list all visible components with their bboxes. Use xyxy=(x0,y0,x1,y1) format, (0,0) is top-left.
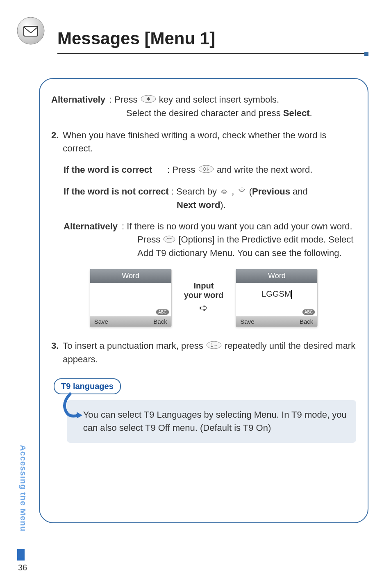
title-endcap xyxy=(364,52,368,56)
side-label-text: Accessing the Menu xyxy=(19,445,25,531)
arrow-right-icon: ➪ xyxy=(184,302,224,314)
panel2-save: Save xyxy=(240,318,254,325)
demo-between: Input your word ➪ xyxy=(184,281,224,314)
phone-panel-empty: Word ABC Save Back xyxy=(90,269,172,327)
next-bold: Next word xyxy=(177,200,220,210)
panel1-save: Save xyxy=(94,318,108,325)
input-label1: Input xyxy=(184,281,224,291)
case-correct-k: If the word is correct xyxy=(64,165,152,175)
nav-down-icon: ♡ xyxy=(237,185,246,199)
title-rule xyxy=(57,53,366,54)
demo-row: Word ABC Save Back Input your word ➪ Wor… xyxy=(51,269,356,327)
and-text: and xyxy=(290,186,308,197)
text-cursor xyxy=(291,290,292,299)
alt2-line1: : If there is no word you want you can a… xyxy=(122,220,356,233)
panel1-title: Word xyxy=(90,269,171,283)
case-correct-pre: : Press xyxy=(167,165,195,175)
typed-text: LGGSM xyxy=(261,289,291,298)
svg-text:☎: ☎ xyxy=(222,191,226,195)
case-incorrect: If the word is not correct : Search by ☎… xyxy=(51,185,356,212)
case-incorrect-pre: : Search by xyxy=(171,186,217,197)
case-incorrect-mid: , xyxy=(232,186,234,197)
list-item-3: 3. To insert a punctuation mark, press 1… xyxy=(51,339,356,366)
alt2-label: Alternatively xyxy=(64,220,118,233)
envelope-icon xyxy=(16,16,45,45)
paren-open: ( xyxy=(249,186,252,197)
main-content-box: Alternatively : Press ✱ key and select i… xyxy=(39,78,368,523)
paren-close: ). xyxy=(220,200,225,210)
item2-text: When you have finished writing a word, c… xyxy=(63,129,356,155)
t9-callout-body: • You can select T9 Languages by selecti… xyxy=(67,400,356,443)
input-label2: your word xyxy=(184,291,224,300)
page-num-line xyxy=(17,559,30,559)
alternatively-block-1: Alternatively : Press ✱ key and select i… xyxy=(51,93,356,120)
case-correct-post: and write the next word. xyxy=(217,165,313,175)
case-correct: If the word is correct : Press 0 ♭ and w… xyxy=(51,163,356,177)
panel1-body: ABC xyxy=(90,283,171,316)
alt2-line2a: Press xyxy=(137,234,160,245)
list-item-2: 2. When you have finished writing a word… xyxy=(51,129,356,155)
panel1-foot: Save Back xyxy=(90,316,171,327)
panel2-back: Back xyxy=(300,318,313,325)
panel2-title: Word xyxy=(236,269,317,283)
alt1-line1b: key and select insert symbols. xyxy=(159,94,279,105)
svg-text:✱: ✱ xyxy=(146,96,150,102)
one-key-icon: 1 ⌣ xyxy=(206,340,222,353)
phone-panel-typed: Word LGGSM ABC Save Back xyxy=(236,269,318,327)
item3-num: 3. xyxy=(51,339,59,366)
panel2-body: LGGSM ABC xyxy=(236,283,317,316)
nav-up-icon: ☎ xyxy=(220,185,229,199)
panel1-back: Back xyxy=(153,318,167,325)
abc-badge-1: ABC xyxy=(156,309,169,315)
svg-text:♡: ♡ xyxy=(240,187,243,191)
svg-text:0 ♭: 0 ♭ xyxy=(203,167,209,172)
alt1-line1: : Press xyxy=(109,94,137,105)
side-label: Accessing the Menu xyxy=(16,427,25,550)
panel2-foot: Save Back xyxy=(236,316,317,327)
item2-num: 2. xyxy=(51,129,59,155)
prev-bold: Previous xyxy=(252,186,290,197)
star-key-icon: ✱ xyxy=(141,94,156,107)
item3-pre: To insert a punctuation mark, press xyxy=(63,341,203,351)
abc-badge-2: ABC xyxy=(302,309,315,315)
alt1-select-bold: Select xyxy=(283,108,310,118)
svg-rect-1 xyxy=(24,26,38,36)
alt1-line2: Select the desired character and press xyxy=(126,108,281,118)
callout-arrow-icon xyxy=(59,392,83,423)
svg-text:1 ⌣: 1 ⌣ xyxy=(211,343,217,348)
alt1-label: Alternatively xyxy=(51,93,105,107)
svg-point-8 xyxy=(164,236,175,243)
soft-left-key-icon xyxy=(163,233,175,247)
alternatively-block-2: Alternatively : If there is no word you … xyxy=(51,220,356,260)
t9-callout: T9 languages • You can select T9 Languag… xyxy=(51,378,356,443)
alt1-tail: . xyxy=(310,108,312,118)
callout-text: You can select T9 Languages by selecting… xyxy=(83,408,347,435)
zero-key-icon: 0 ♭ xyxy=(198,164,214,177)
page-number: 36 xyxy=(18,563,27,572)
page-title: Messages [Menu 1] xyxy=(57,29,215,48)
case-incorrect-k: If the word is not correct xyxy=(64,186,169,197)
